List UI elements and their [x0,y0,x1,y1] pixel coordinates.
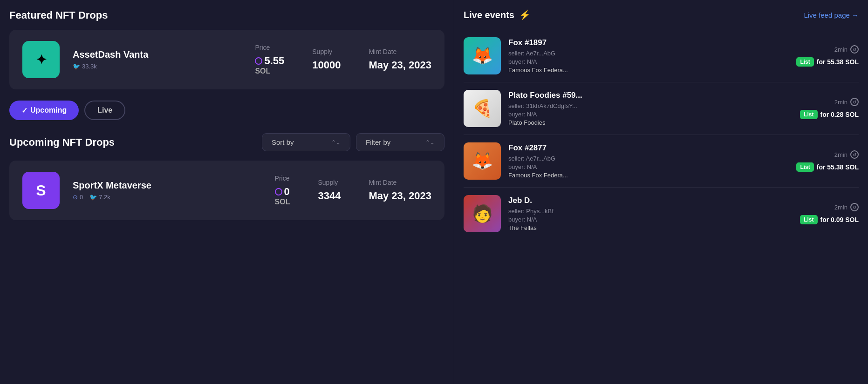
sol-icon [255,57,262,65]
event-time-row: 2min ↺ [834,98,859,106]
event-collection: Plato Foodies [508,119,793,126]
event-price: for 0.09 SOL [820,216,859,223]
event-time-row: 2min ↺ [834,150,859,159]
live-events-title: Live events [464,10,514,20]
event-name: Jeb D. [508,196,793,205]
event-price: for 55.38 SOL [817,163,859,171]
event-time: 2min [834,204,847,211]
event-buyer: buyer: N/A [508,163,789,170]
upcoming-nft-name: SportX Metaverse [73,180,262,191]
list-badge: List [800,215,817,224]
event-collection: Famous Fox Federa... [508,67,789,74]
twitter-icon-2: 🐦 [89,194,97,201]
event-seller: seller: Ae7r...AbG [508,50,789,57]
sort-by-label: Sort by [272,138,294,146]
upcoming-mint-date-label: Mint Date [369,179,431,186]
live-event-item[interactable]: 🦊 Fox #2877 seller: Ae7r...AbG buyer: N/… [464,135,859,188]
upcoming-nft-social: ⊙ 0 🐦 7.2k [73,194,262,201]
upcoming-title: Upcoming NFT Drops [9,136,115,148]
event-seller: seller: Phys...kBf [508,208,793,215]
tab-upcoming-label: Upcoming [30,106,67,115]
price-value: 5.55 [255,55,284,67]
tab-live[interactable]: Live [84,101,125,120]
upcoming-price-amount: 0 [284,186,290,198]
upcoming-mint-date-value: May 23, 2023 [369,190,431,202]
supply-col: Supply 10000 [312,48,341,71]
featured-nft-info: AssetDash Vanta 🐦 33.3k [73,49,242,70]
live-events-header: Live events ⚡ Live feed page → [464,9,859,20]
upcoming-price-unit: SOL [275,198,290,206]
featured-nft-logo: ✦ [22,41,60,78]
chevron-down-icon-2: ⌃⌄ [425,139,435,146]
right-panel: Live events ⚡ Live feed page → 🦊 Fox #18… [454,0,868,384]
event-details: Plato Foodies #59... seller: 31khAk7dCdg… [508,91,793,126]
event-time-row: 2min ↺ [834,203,859,211]
mint-date-value: May 23, 2023 [369,59,431,71]
featured-nft-stats: Price 5.55 SOL Supply 10000 Mint Date Ma… [255,44,431,75]
check-icon: ✓ [21,106,27,115]
twitter-social-2: 🐦 7.2k [89,194,110,201]
supply-label: Supply [312,48,341,55]
mint-date-label: Mint Date [369,48,431,55]
event-right: 2min ↺ List for 0.28 SOL [800,98,859,119]
event-name: Fox #1897 [508,38,789,47]
event-buyer: buyer: N/A [508,111,793,118]
event-buyer: buyer: N/A [508,58,789,65]
upcoming-nft-stats: Price 0 SOL Supply 3344 Mint Date May 23… [275,175,431,206]
event-seller: seller: 31khAk7dCdgfsY... [508,102,793,109]
event-time: 2min [834,46,847,53]
lightning-icon: ⚡ [519,9,531,20]
upcoming-header: Upcoming NFT Drops Sort by ⌃⌄ Filter by … [9,133,444,151]
controls-row: Sort by ⌃⌄ Filter by ⌃⌄ [262,133,444,151]
live-event-item[interactable]: 🧑 Jeb D. seller: Phys...kBf buyer: N/A T… [464,188,859,240]
live-event-item[interactable]: 🍕 Plato Foodies #59... seller: 31khAk7dC… [464,82,859,135]
price-col: Price 5.55 SOL [255,44,284,75]
featured-nft-name: AssetDash Vanta [73,49,242,60]
event-collection: Famous Fox Federa... [508,172,789,179]
tab-upcoming[interactable]: ✓ Upcoming [9,101,79,120]
featured-nft-card[interactable]: ✦ AssetDash Vanta 🐦 33.3k Price 5.55 SOL… [9,30,444,89]
list-badge: List [796,57,813,67]
upcoming-price-label: Price [275,175,290,182]
upcoming-price-value: 0 [275,186,290,198]
event-collection: The Fellas [508,224,793,231]
event-price: for 55.38 SOL [817,58,859,66]
filter-by-label: Filter by [366,138,390,146]
upcoming-mint-date-col: Mint Date May 23, 2023 [369,179,431,202]
event-thumbnail: 🦊 [464,142,501,180]
event-thumbnail: 🍕 [464,90,501,127]
upcoming-supply-value: 3344 [318,190,341,202]
sort-by-dropdown[interactable]: Sort by ⌃⌄ [262,133,350,151]
discord-icon: ⊙ [73,194,78,201]
upcoming-supply-col: Supply 3344 [318,179,341,202]
sol-icon-2 [275,188,282,195]
live-feed-link[interactable]: Live feed page → [804,11,859,19]
twitter-count: 33.3k [82,63,97,70]
event-time: 2min [834,151,847,158]
price-amount: 5.55 [264,55,284,67]
upcoming-nft-logo: S [22,172,60,209]
event-time-row: 2min ↺ [834,45,859,54]
event-right: 2min ↺ List for 0.09 SOL [800,203,859,224]
time-icon: ↺ [850,150,859,159]
mint-date-col: Mint Date May 23, 2023 [369,48,431,71]
event-details: Fox #1897 seller: Ae7r...AbG buyer: N/A … [508,38,789,74]
event-time: 2min [834,99,847,106]
twitter-social: 🐦 33.3k [73,63,97,70]
live-events-list: 🦊 Fox #1897 seller: Ae7r...AbG buyer: N/… [464,30,859,240]
list-badge: List [796,162,813,172]
event-right: 2min ↺ List for 55.38 SOL [796,150,859,172]
live-event-item[interactable]: 🦊 Fox #1897 seller: Ae7r...AbG buyer: N/… [464,30,859,82]
filter-by-dropdown[interactable]: Filter by ⌃⌄ [356,133,444,151]
twitter-icon: 🐦 [73,63,80,70]
upcoming-price-col: Price 0 SOL [275,175,290,206]
time-icon: ↺ [850,45,859,54]
tab-live-label: Live [97,106,112,114]
upcoming-nft-card[interactable]: S SportX Metaverse ⊙ 0 🐦 7.2k Price 0 [9,161,444,220]
price-unit: SOL [255,67,284,75]
featured-nft-social: 🐦 33.3k [73,63,242,70]
twitter-count-2: 7.2k [99,194,110,201]
price-label: Price [255,44,284,51]
event-right: 2min ↺ List for 55.38 SOL [796,45,859,67]
live-title-row: Live events ⚡ [464,9,531,20]
